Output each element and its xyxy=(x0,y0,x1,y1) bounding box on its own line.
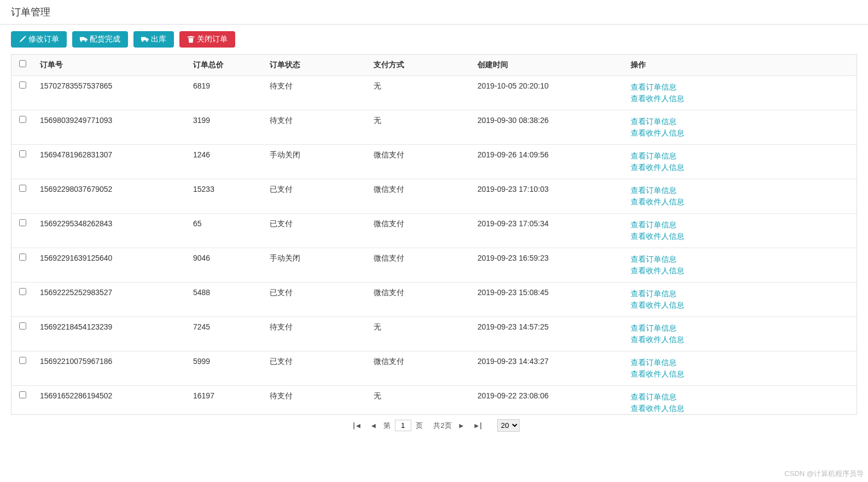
row-checkbox[interactable] xyxy=(19,81,26,89)
view-order-link[interactable]: 查看订单信息 xyxy=(631,81,850,93)
toolbar: 修改订单 配货完成 出库 关闭订单 xyxy=(0,25,868,54)
row-checkbox[interactable] xyxy=(19,219,26,226)
cell-orderno: 15692218454123239 xyxy=(33,317,187,351)
row-checkbox[interactable] xyxy=(19,391,26,398)
cell-status: 手动关闭 xyxy=(263,145,367,179)
pagination: |◀ ◀ 第 页 共2页 ▶ ▶| 20 xyxy=(11,415,857,436)
table-row: 156947819628313071246手动关闭微信支付2019-09-26 … xyxy=(11,145,857,179)
out-stock-button[interactable]: 出库 xyxy=(133,31,174,48)
cell-total: 15233 xyxy=(187,179,263,214)
cell-paytype: 无 xyxy=(367,317,471,351)
view-order-link[interactable]: 查看订单信息 xyxy=(631,322,850,334)
cell-createtime: 2019-09-22 23:08:06 xyxy=(471,386,624,415)
cell-createtime: 2019-09-26 14:09:56 xyxy=(471,145,624,179)
view-recipient-link[interactable]: 查看收件人信息 xyxy=(631,127,850,139)
cell-status: 已支付 xyxy=(263,283,367,317)
view-recipient-link[interactable]: 查看收件人信息 xyxy=(631,231,850,242)
view-recipient-link[interactable]: 查看收件人信息 xyxy=(631,93,850,104)
cell-status: 待支付 xyxy=(263,76,367,110)
cell-paytype: 微信支付 xyxy=(367,145,471,179)
cell-total: 7245 xyxy=(187,317,263,351)
page-size-select[interactable]: 20 xyxy=(497,419,520,432)
cell-orderno: 15698039249771093 xyxy=(33,110,187,145)
header-check xyxy=(11,55,33,76)
table-row: 1569229534826284365已支付微信支付2019-09-23 17:… xyxy=(11,214,857,248)
cell-orderno: 15691652286194502 xyxy=(33,386,187,415)
cell-status: 待支付 xyxy=(263,386,367,415)
table-row: 156922184541232397245待支付无2019-09-23 14:5… xyxy=(11,317,857,351)
select-all-checkbox[interactable] xyxy=(19,60,26,67)
cell-total: 3199 xyxy=(187,110,263,145)
row-checkbox[interactable] xyxy=(19,357,26,364)
row-checkbox[interactable] xyxy=(19,322,26,330)
view-recipient-link[interactable]: 查看收件人信息 xyxy=(631,196,850,208)
cell-total: 16197 xyxy=(187,386,263,415)
view-order-link[interactable]: 查看订单信息 xyxy=(631,288,850,299)
view-recipient-link[interactable]: 查看收件人信息 xyxy=(631,265,850,277)
table-row: 1569229803767905215233已支付微信支付2019-09-23 … xyxy=(11,179,857,214)
row-checkbox[interactable] xyxy=(19,288,26,295)
header-createtime: 创建时间 xyxy=(471,55,624,76)
view-recipient-link[interactable]: 查看收件人信息 xyxy=(631,299,850,311)
header-paytype: 支付方式 xyxy=(367,55,471,76)
edit-order-button[interactable]: 修改订单 xyxy=(11,31,67,48)
view-order-link[interactable]: 查看订单信息 xyxy=(631,150,850,162)
cell-paytype: 微信支付 xyxy=(367,214,471,248)
view-order-link[interactable]: 查看订单信息 xyxy=(631,357,850,368)
view-order-link[interactable]: 查看订单信息 xyxy=(631,254,850,265)
view-recipient-link[interactable]: 查看收件人信息 xyxy=(631,403,850,414)
page-next-button[interactable]: ▶ xyxy=(456,420,467,431)
page-total: 共2页 xyxy=(433,421,451,431)
cell-status: 手动关闭 xyxy=(263,248,367,283)
cell-total: 9046 xyxy=(187,248,263,283)
view-order-link[interactable]: 查看订单信息 xyxy=(631,185,850,196)
cell-total: 5488 xyxy=(187,283,263,317)
page-current-input[interactable] xyxy=(395,420,411,431)
cell-paytype: 微信支付 xyxy=(367,248,471,283)
view-order-link[interactable]: 查看订单信息 xyxy=(631,219,850,231)
edit-order-label: 修改订单 xyxy=(28,34,59,44)
cell-action: 查看订单信息查看收件人信息 xyxy=(624,351,857,386)
page-prev-button[interactable]: ◀ xyxy=(368,420,379,431)
page-prefix: 第 xyxy=(383,421,391,431)
cell-status: 待支付 xyxy=(263,110,367,145)
page-first-button[interactable]: |◀ xyxy=(348,420,364,431)
table-row: 1569165228619450216197待支付无2019-09-22 23:… xyxy=(11,386,857,415)
cell-paytype: 微信支付 xyxy=(367,283,471,317)
view-recipient-link[interactable]: 查看收件人信息 xyxy=(631,368,850,380)
cell-action: 查看订单信息查看收件人信息 xyxy=(624,386,857,415)
row-checkbox[interactable] xyxy=(19,150,26,157)
cell-orderno: 15692210075967186 xyxy=(33,351,187,386)
table-row: 157027835575378656819待支付无2019-10-05 20:2… xyxy=(11,76,857,110)
table-container[interactable]: 订单号 订单总价 订单状态 支付方式 创建时间 操作 1570278355753… xyxy=(11,54,857,415)
page-last-button[interactable]: ▶| xyxy=(471,420,486,431)
cell-total: 1246 xyxy=(187,145,263,179)
page-mid: 页 xyxy=(416,421,423,431)
table-row: 156980392497710933199待支付无2019-09-30 08:3… xyxy=(11,110,857,145)
row-checkbox[interactable] xyxy=(19,254,26,261)
view-recipient-link[interactable]: 查看收件人信息 xyxy=(631,162,850,173)
stock-complete-button[interactable]: 配货完成 xyxy=(72,31,128,48)
close-order-button[interactable]: 关闭订单 xyxy=(179,31,235,48)
cell-orderno: 15694781962831307 xyxy=(33,145,187,179)
cell-orderno: 15692291639125640 xyxy=(33,248,187,283)
view-recipient-link[interactable]: 查看收件人信息 xyxy=(631,334,850,345)
row-checkbox[interactable] xyxy=(19,185,26,192)
cell-total: 65 xyxy=(187,214,263,248)
cell-orderno: 15692225252983527 xyxy=(33,283,187,317)
close-order-label: 关闭订单 xyxy=(197,34,228,44)
cell-createtime: 2019-09-23 14:57:25 xyxy=(471,317,624,351)
view-order-link[interactable]: 查看订单信息 xyxy=(631,116,850,127)
view-order-link[interactable]: 查看订单信息 xyxy=(631,391,850,403)
cell-action: 查看订单信息查看收件人信息 xyxy=(624,317,857,351)
row-checkbox[interactable] xyxy=(19,116,26,123)
cell-action: 查看订单信息查看收件人信息 xyxy=(624,248,857,283)
cell-createtime: 2019-09-23 16:59:23 xyxy=(471,248,624,283)
table-row: 156922916391256409046手动关闭微信支付2019-09-23 … xyxy=(11,248,857,283)
cell-action: 查看订单信息查看收件人信息 xyxy=(624,145,857,179)
out-stock-label: 出库 xyxy=(151,34,166,44)
cell-status: 待支付 xyxy=(263,317,367,351)
cell-createtime: 2019-09-30 08:38:26 xyxy=(471,110,624,145)
cell-paytype: 微信支付 xyxy=(367,179,471,214)
orders-table: 订单号 订单总价 订单状态 支付方式 创建时间 操作 1570278355753… xyxy=(11,55,857,415)
